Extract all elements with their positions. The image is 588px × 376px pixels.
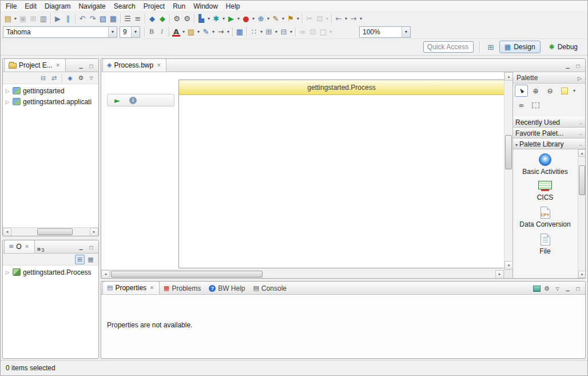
- horizontal-scrollbar[interactable]: [101, 270, 504, 278]
- close-icon[interactable]: [149, 285, 155, 291]
- line-color-icon[interactable]: ✎: [201, 27, 211, 37]
- drawer-pin-icon[interactable]: [578, 129, 583, 137]
- close-icon[interactable]: [156, 62, 162, 68]
- process-header[interactable]: gettingstarted.Process: [179, 80, 504, 95]
- bold-button[interactable]: B: [146, 27, 157, 37]
- scroll-up-icon[interactable]: [578, 149, 585, 157]
- dropdown-arrow-icon[interactable]: [221, 16, 226, 21]
- group-icon[interactable]: ⊡: [308, 27, 318, 37]
- dropdown-arrow-icon[interactable]: [206, 16, 211, 21]
- drawer-palette-library[interactable]: Palette Library: [513, 138, 585, 149]
- minimize-icon[interactable]: [563, 285, 572, 292]
- scrollbar-thumb[interactable]: [505, 135, 512, 169]
- view-menu-icon[interactable]: [87, 74, 96, 82]
- maximize-icon[interactable]: [574, 285, 582, 292]
- maximize-icon[interactable]: [87, 244, 96, 251]
- dropdown-arrow-icon[interactable]: [572, 88, 577, 93]
- menu-project[interactable]: Project: [140, 1, 169, 11]
- tab-problems[interactable]: ▦ Problems: [160, 282, 205, 294]
- palette-header[interactable]: Palette: [513, 72, 585, 84]
- layout-icon[interactable]: ⊡: [315, 14, 325, 24]
- menu-search[interactable]: Search: [110, 1, 140, 11]
- zoom-out-tool[interactable]: ⊖: [543, 85, 557, 97]
- tree-item-gettingstarted[interactable]: gettingstarted: [3, 85, 98, 96]
- vertical-scrollbar[interactable]: [504, 72, 512, 270]
- close-icon[interactable]: [55, 62, 61, 68]
- combo-arrow-icon[interactable]: [108, 27, 117, 37]
- customize-view-icon[interactable]: ⚙: [76, 73, 86, 83]
- design-perspective-button[interactable]: ▦ Design: [499, 41, 541, 53]
- start-icon[interactable]: ►: [112, 95, 122, 105]
- guides-icon[interactable]: ⊞: [264, 27, 274, 37]
- redo-icon[interactable]: ↷: [88, 14, 98, 24]
- menu-window[interactable]: Window: [189, 1, 222, 11]
- hidden-tabs-chevron[interactable]: 3: [37, 245, 45, 253]
- quick-access-button[interactable]: Quick Access: [423, 41, 474, 53]
- expander-icon[interactable]: [5, 270, 10, 275]
- new-wizard-icon[interactable]: ▤: [3, 14, 13, 24]
- font-color-button[interactable]: A: [171, 27, 181, 37]
- minimize-icon[interactable]: [563, 62, 572, 70]
- show-diagram-icon[interactable]: ▧: [98, 14, 108, 24]
- deploy-icon[interactable]: ◆: [147, 14, 157, 24]
- drawer-recently-used[interactable]: Recently Used: [513, 117, 585, 128]
- note-tool[interactable]: [558, 85, 571, 97]
- annotation-icon[interactable]: ✎: [271, 14, 281, 24]
- process-diagram[interactable]: gettingstarted.Process: [178, 80, 504, 268]
- minimize-icon[interactable]: [77, 244, 85, 251]
- scroll-down-icon[interactable]: [578, 271, 585, 278]
- dropdown-arrow-icon[interactable]: [226, 29, 231, 34]
- tab-outline[interactable]: ≡ O: [4, 240, 35, 253]
- dropdown-arrow-icon[interactable]: [281, 16, 285, 21]
- admin-icon[interactable]: ◆: [157, 14, 168, 24]
- save-icon[interactable]: ▣: [18, 14, 28, 24]
- scrollbar-thumb[interactable]: [37, 228, 73, 235]
- collapse-all-icon[interactable]: ⊟: [38, 73, 48, 83]
- dropdown-arrow-icon[interactable]: [251, 16, 256, 21]
- arrow-style-icon[interactable]: →: [216, 27, 226, 37]
- menu-edit[interactable]: Edit: [21, 1, 41, 11]
- table-icon[interactable]: ▦: [235, 27, 245, 37]
- zoom-combo[interactable]: 100%: [359, 26, 411, 38]
- scroll-up-icon[interactable]: [504, 72, 512, 81]
- maximize-icon[interactable]: [574, 62, 582, 70]
- font-size-combo[interactable]: 9: [120, 26, 140, 38]
- thumbnail-view-icon[interactable]: ▦: [86, 255, 96, 264]
- focus-on-active-icon[interactable]: ◈: [65, 73, 75, 83]
- dropdown-arrow-icon[interactable]: [266, 16, 271, 21]
- link-with-editor-icon[interactable]: ⇄: [49, 73, 59, 83]
- dropdown-arrow-icon[interactable]: [181, 29, 186, 34]
- run-icon[interactable]: ▶: [226, 14, 236, 24]
- preferences-icon[interactable]: ⚙: [182, 14, 192, 24]
- palette-item-cics[interactable]: CICS: [513, 181, 577, 201]
- dropdown-arrow-icon[interactable]: [259, 29, 264, 34]
- drawer-pin-icon[interactable]: [578, 140, 583, 148]
- link-icon[interactable]: ∞: [297, 27, 308, 37]
- menu-file[interactable]: File: [2, 1, 21, 11]
- settings-icon[interactable]: ⚙: [542, 284, 551, 292]
- palette-scrollbar[interactable]: [578, 149, 585, 278]
- report-icon[interactable]: ▙: [196, 14, 206, 24]
- console-icon[interactable]: ☰: [122, 14, 133, 24]
- save-all-icon[interactable]: ⊞: [28, 14, 38, 24]
- tab-process-bwp[interactable]: ◈ Process.bwp: [102, 58, 166, 72]
- info-icon[interactable]: i: [129, 97, 137, 104]
- scroll-left-icon[interactable]: [101, 270, 110, 279]
- dropdown-arrow-icon[interactable]: [289, 29, 293, 34]
- dropdown-arrow-icon[interactable]: [359, 16, 363, 21]
- scroll-right-icon[interactable]: [495, 270, 504, 279]
- dropdown-arrow-icon[interactable]: [211, 29, 216, 34]
- scroll-down-icon[interactable]: [504, 261, 512, 270]
- collapse-palette-icon[interactable]: [578, 74, 582, 82]
- close-icon[interactable]: [24, 244, 30, 250]
- drawer-pin-icon[interactable]: [578, 118, 583, 126]
- dropdown-arrow-icon[interactable]: [328, 29, 333, 34]
- forward-icon[interactable]: →: [348, 14, 359, 24]
- palette-item-basic-activities[interactable]: Basic Activities: [513, 153, 577, 176]
- tab-bw-help[interactable]: ? BW Help: [205, 282, 249, 294]
- dropdown-arrow-icon[interactable]: [196, 29, 201, 34]
- snap-grid-icon[interactable]: ∷: [249, 27, 259, 37]
- cut-icon[interactable]: ✂: [304, 14, 315, 24]
- shape-icon[interactable]: □: [318, 27, 328, 37]
- minimize-icon[interactable]: [77, 62, 85, 70]
